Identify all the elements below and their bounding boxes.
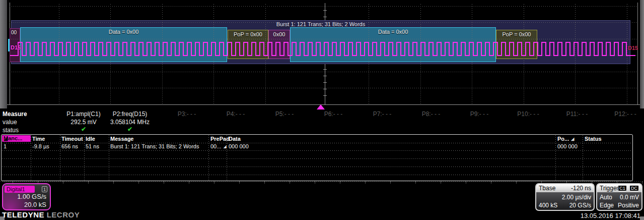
trace-label-d15-right: D15 <box>628 45 638 51</box>
table-header-timeout[interactable]: Timeout <box>61 136 83 142</box>
measure-param-p8[interactable]: P8:- - - <box>422 111 441 118</box>
bezel-stub-right <box>640 216 644 220</box>
table-header-status[interactable]: Status <box>585 136 602 142</box>
channel-position-marker[interactable] <box>8 39 10 51</box>
gridline-vertical <box>265 4 266 104</box>
trigger-position-marker[interactable] <box>317 104 325 109</box>
timebase-rate: 20 GS/s <box>569 202 591 209</box>
trigger-header: Trigger C1 DC <box>597 184 641 192</box>
trigger-type: Edge <box>600 202 614 209</box>
trigger-mode: Auto <box>600 194 612 201</box>
measure-param-p1[interactable]: P1:ampl(C1) <box>66 111 100 118</box>
gridline-vertical <box>627 4 627 104</box>
channel-name-label: Digital1 <box>7 186 25 192</box>
table-cell[interactable]: 000 000 <box>557 143 578 149</box>
gridline-vertical <box>213 4 214 104</box>
center-axis-tick <box>323 95 327 96</box>
footer-separator <box>0 181 644 182</box>
table-column-divider <box>109 135 109 181</box>
sort-triangle-icon: ◢ <box>4 135 29 142</box>
channel-sample-count: 20.0 kS <box>24 201 46 208</box>
measure-status-ok-icon: ✔ <box>81 126 86 133</box>
timebase-scale: 2.00 µs/div <box>562 194 591 201</box>
measure-param-p4[interactable]: P4:- - - <box>227 111 245 118</box>
expand-triangle-icon[interactable]: ◢ <box>223 144 226 149</box>
decode-burst-label: Burst 1: 121 Trans; 31 Bits; 2 Words <box>11 21 630 27</box>
footer-tick <box>214 181 214 184</box>
gridline-horizontal <box>10 55 637 56</box>
table-cell[interactable]: 000 000 <box>229 143 249 149</box>
footer-tick <box>164 181 164 184</box>
measure-status-ok-icon: ✔ <box>127 126 132 133</box>
trigger-source-coupling: C1 DC <box>617 185 639 192</box>
gridline-vertical <box>575 4 576 104</box>
footer-tick <box>239 181 240 184</box>
logo-teledyne: TELEDYNE <box>2 210 44 219</box>
trigger-slope: Positive <box>618 202 639 209</box>
measure-param-p11[interactable]: P11:- - - <box>566 111 588 118</box>
table-header-po[interactable]: Po...◢ <box>557 136 574 142</box>
trace-label-d15-left: D15 <box>11 44 21 50</box>
table-row-divider <box>2 158 632 159</box>
measure-value-row-label: value <box>3 119 17 126</box>
timebase-label: Tbase <box>539 185 555 192</box>
sort-triangle-icon: ◢ <box>571 137 574 141</box>
decode-block-data-1[interactable]: Data = 0x00 <box>20 27 227 62</box>
decode-block-label: Data = 0x00 <box>21 29 227 35</box>
table-cell[interactable]: 00...◢ <box>210 143 227 149</box>
oscilloscope-screen: Burst 1: 121 Trans; 31 Bits; 2 Words 00 … <box>0 0 644 220</box>
center-axis-tick <box>323 17 327 17</box>
measure-param-p3[interactable]: P3:- - - <box>178 111 196 118</box>
table-column-divider <box>31 135 31 181</box>
timebase-header: Tbase -120 ns <box>536 184 594 192</box>
table-cell[interactable]: 1 <box>4 143 7 149</box>
trigger-descriptor[interactable]: Trigger C1 DC Auto 0.0 mV Edge Positive <box>596 183 642 211</box>
decode-block-data-2[interactable]: Data = 0x00 <box>290 27 496 62</box>
footer-tick <box>138 181 139 184</box>
table-cell[interactable]: Burst 1: 121 Trans; 31 Bits; 2 Words <box>110 143 199 149</box>
table-cell[interactable]: -9.8 µs <box>32 143 49 149</box>
center-axis-tick <box>323 76 327 76</box>
teledyne-lecroy-logo: TELEDYNE LECROY <box>2 210 80 219</box>
center-axis-tick <box>323 69 327 70</box>
decode-block-label: PoP = 0x00 <box>496 31 537 37</box>
measure-param-value-p1: 292.5 mV <box>70 119 96 126</box>
measure-param-p12[interactable]: P12:- - - <box>614 111 636 118</box>
measure-param-p10[interactable]: P10:- - - <box>517 111 539 118</box>
gridline-vertical <box>110 4 111 104</box>
channel-sample-rate: 1.00 GS/s <box>17 193 46 200</box>
table-row-divider <box>2 167 632 167</box>
table-column-divider <box>227 135 227 181</box>
digital-group-icon: 1 <box>42 186 47 192</box>
center-axis-tick <box>323 10 327 11</box>
table-header-data[interactable]: Data <box>229 136 241 142</box>
channel-descriptor-digital1[interactable]: Digital1 1 1.00 GS/s 20.0 kS <box>2 183 51 210</box>
bezel-strip-left <box>0 0 7 108</box>
timebase-descriptor[interactable]: Tbase -120 ns 2.00 µs/div 400 kS 20 GS/s <box>535 183 595 211</box>
footer-tick <box>365 181 366 184</box>
measure-param-p9[interactable]: P9:- - - <box>470 111 489 118</box>
measure-param-p5[interactable]: P5:- - - <box>275 111 294 118</box>
measure-param-p6[interactable]: P6:- - - <box>324 111 343 118</box>
table-cell[interactable]: 51 ns <box>86 143 99 149</box>
measure-param-p7[interactable]: P7:- - - <box>373 111 392 118</box>
trigger-level: 0.0 mV <box>620 194 639 201</box>
footer-tick <box>390 181 391 184</box>
footer-tick <box>113 181 114 184</box>
table-header-prepad[interactable]: PrePad <box>210 136 230 142</box>
measure-param-p2[interactable]: P2:freq(D15) <box>113 111 148 118</box>
table-header-message[interactable]: Message <box>110 136 133 142</box>
table-header-time[interactable]: Time <box>32 136 45 142</box>
footer-tick <box>189 181 189 184</box>
gridline-vertical <box>524 4 524 104</box>
table-header-idle[interactable]: Idle <box>86 136 95 142</box>
timebase-samples: 400 kS <box>539 202 557 209</box>
channel-name-chip: Digital1 <box>5 186 35 193</box>
gridline-vertical <box>59 4 59 104</box>
trigger-source-chip: C1 <box>618 185 627 191</box>
gridline-vertical <box>162 4 163 104</box>
footer-tick <box>516 181 517 184</box>
table-header-manc[interactable]: Manc...◢ <box>2 135 31 142</box>
table-cell[interactable]: 656 ns <box>61 143 78 149</box>
trigger-label: Trigger <box>600 185 619 192</box>
